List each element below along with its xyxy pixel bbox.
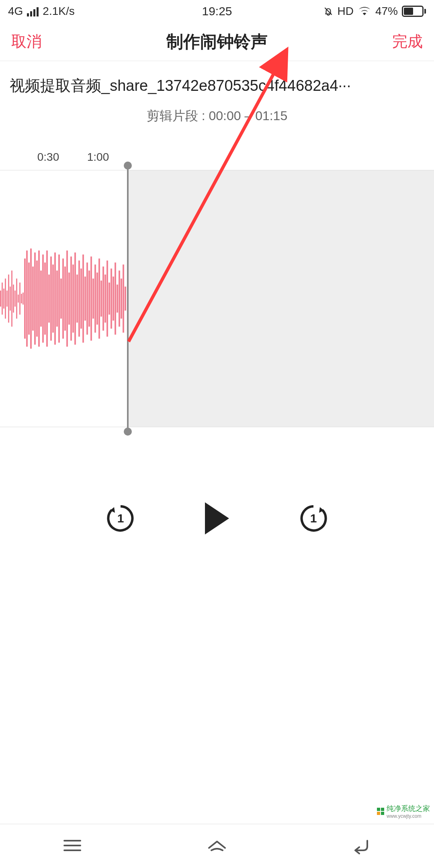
svg-rect-43: [80, 268, 82, 329]
svg-rect-21: [36, 260, 38, 336]
svg-rect-55: [104, 274, 106, 323]
tick-label: 1:00: [87, 151, 109, 164]
svg-rect-4: [6, 291, 8, 307]
svg-rect-27: [48, 274, 50, 323]
status-bar: 4G 2.1K/s 19:25 HD 47%: [0, 0, 434, 23]
svg-rect-9: [14, 291, 16, 307]
svg-rect-3: [5, 278, 6, 319]
playback-controls: 1 1: [0, 486, 434, 534]
status-time: 19:25: [202, 4, 232, 18]
page-title: 制作闹钟铃声: [166, 31, 268, 53]
svg-rect-0: [0, 291, 1, 307]
svg-rect-18: [30, 248, 32, 348]
signal-icon: [27, 6, 39, 16]
svg-rect-8: [13, 285, 14, 313]
watermark-url: www.ycwjty.com: [387, 813, 430, 819]
mute-icon: [323, 6, 334, 17]
svg-rect-64: [123, 264, 124, 332]
svg-rect-15: [24, 258, 26, 338]
nav-recent-button[interactable]: [60, 837, 84, 856]
svg-rect-65: [125, 287, 126, 311]
svg-rect-54: [102, 266, 104, 331]
svg-rect-35: [64, 266, 66, 331]
svg-rect-13: [21, 294, 22, 303]
waveform-editor[interactable]: [0, 170, 434, 427]
svg-rect-11: [18, 295, 19, 303]
svg-rect-14: [23, 293, 24, 305]
clip-range-label: 剪辑片段 : 00:00 – 01:15: [0, 102, 434, 136]
forward-1s-button[interactable]: 1: [297, 502, 330, 534]
hd-label: HD: [338, 5, 354, 18]
svg-rect-49: [92, 278, 94, 319]
trim-handle-end[interactable]: [127, 166, 129, 432]
done-button[interactable]: 完成: [392, 31, 423, 52]
svg-text:1: 1: [117, 512, 124, 525]
svg-rect-52: [98, 258, 100, 338]
svg-rect-37: [68, 272, 70, 325]
nav-home-button[interactable]: [205, 837, 229, 856]
tick-label: 0:30: [37, 151, 59, 164]
svg-rect-33: [60, 278, 62, 319]
svg-rect-40: [74, 252, 76, 344]
svg-rect-2: [3, 289, 4, 309]
network-label: 4G: [8, 5, 23, 18]
svg-rect-22: [38, 250, 40, 346]
svg-rect-26: [46, 250, 48, 346]
wifi-icon: [358, 4, 371, 18]
header: 取消 制作闹钟铃声 完成: [0, 23, 434, 61]
svg-rect-1: [2, 283, 3, 315]
svg-rect-46: [86, 262, 88, 334]
svg-rect-10: [16, 278, 17, 319]
svg-rect-6: [10, 287, 11, 311]
svg-rect-57: [108, 283, 110, 315]
svg-rect-5: [8, 274, 9, 323]
svg-rect-32: [58, 254, 60, 342]
svg-text:1: 1: [310, 512, 317, 525]
svg-rect-25: [44, 262, 46, 334]
svg-rect-51: [96, 272, 98, 325]
svg-rect-34: [62, 258, 64, 338]
svg-rect-7: [11, 270, 12, 327]
svg-rect-16: [26, 250, 28, 346]
svg-rect-42: [78, 260, 80, 336]
svg-rect-47: [88, 270, 90, 327]
svg-rect-36: [66, 250, 68, 346]
svg-rect-56: [106, 260, 108, 336]
waveform: [0, 170, 127, 427]
rewind-1s-button[interactable]: 1: [104, 502, 137, 534]
battery-percent: 47%: [375, 5, 398, 18]
svg-rect-24: [42, 254, 44, 342]
play-icon: [205, 502, 229, 534]
svg-rect-44: [82, 254, 84, 342]
svg-rect-12: [19, 283, 20, 315]
svg-rect-50: [94, 264, 96, 332]
network-speed: 2.1K/s: [43, 5, 74, 18]
svg-rect-23: [40, 270, 42, 327]
battery-icon: [402, 6, 426, 17]
svg-rect-45: [84, 276, 86, 321]
watermark-text: 纯净系统之家: [387, 805, 430, 813]
svg-rect-28: [50, 256, 52, 340]
svg-rect-62: [119, 270, 120, 327]
svg-rect-20: [34, 252, 36, 344]
svg-rect-63: [121, 278, 122, 319]
svg-rect-60: [115, 262, 116, 334]
svg-rect-48: [90, 256, 92, 340]
play-button[interactable]: [201, 502, 233, 534]
svg-rect-17: [28, 262, 30, 334]
svg-rect-29: [52, 264, 54, 332]
trimmed-region: [127, 170, 434, 427]
cancel-button[interactable]: 取消: [11, 31, 42, 52]
timeline-ticks: 0:30 1:00: [0, 151, 434, 170]
status-right: HD 47%: [323, 4, 426, 18]
svg-rect-31: [56, 270, 58, 327]
svg-rect-61: [117, 285, 118, 313]
status-left: 4G 2.1K/s: [8, 5, 75, 18]
svg-rect-38: [70, 256, 72, 340]
nav-back-button[interactable]: [350, 837, 374, 856]
svg-rect-39: [72, 264, 74, 332]
file-name: 视频提取音频_share_13742e870535c4f44682a4···: [0, 61, 434, 102]
svg-rect-41: [76, 274, 78, 323]
svg-rect-53: [100, 280, 102, 317]
watermark: 纯净系统之家 www.ycwjty.com: [375, 803, 432, 820]
